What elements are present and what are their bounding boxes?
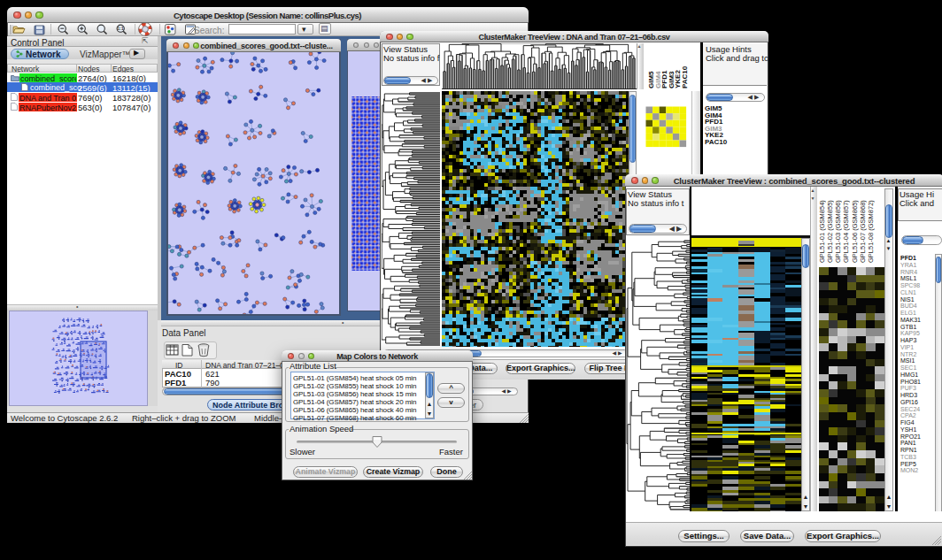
svg-text:1:1: 1:1 <box>118 26 124 31</box>
